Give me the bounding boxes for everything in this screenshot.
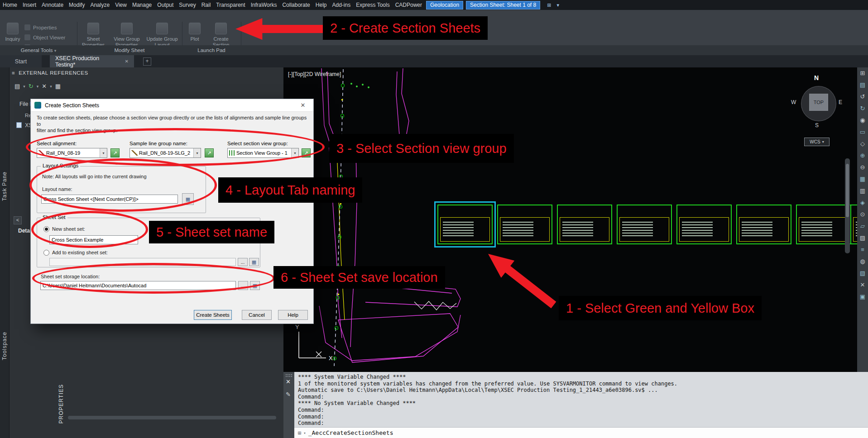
menu-item[interactable]: Manage xyxy=(129,0,154,10)
viewport-controls[interactable]: [-][Top][2D Wireframe] xyxy=(288,71,341,77)
menu-item[interactable]: Collaborate xyxy=(279,0,312,10)
save-icon[interactable]: ▦ xyxy=(55,83,61,90)
pick-section-view-group-button[interactable]: ↗ xyxy=(302,148,311,157)
new-sheet-set-input[interactable]: Cross Section Example xyxy=(49,235,138,244)
dialog-title-bar[interactable]: Create Section Sheets ✕ xyxy=(31,99,313,112)
inquiry-button[interactable]: Inquiry xyxy=(3,23,23,42)
panel-label-modify-sheet[interactable]: Modify Sheet xyxy=(77,45,182,55)
help-button[interactable]: Help xyxy=(278,310,308,320)
compass-north[interactable]: N xyxy=(814,74,819,81)
toolbar-icon[interactable]: ▦ xyxy=(857,173,868,185)
browse-existing-button[interactable]: ... xyxy=(238,258,248,266)
menu-item[interactable]: InfraWorks xyxy=(248,0,280,10)
pick-sample-line-group-button[interactable]: ↗ xyxy=(205,148,214,157)
menu-item[interactable]: CADPower xyxy=(393,0,425,10)
properties-palette-tab[interactable]: PROPERTIES xyxy=(58,384,64,424)
toolbar-icon[interactable]: ◈ xyxy=(857,197,868,209)
menu-item[interactable]: Add-ins xyxy=(329,0,353,10)
compass-east[interactable]: E xyxy=(839,99,842,105)
refresh-dropdown-icon[interactable]: ▾ xyxy=(37,84,39,89)
toolbar-icon[interactable]: ↺ xyxy=(857,91,868,103)
ribbon-panel-toggle-caret-icon[interactable]: ▾ xyxy=(556,2,559,8)
menu-item[interactable]: Annotate xyxy=(39,0,66,10)
compass-south[interactable]: S xyxy=(815,122,819,129)
toolbar-icon[interactable]: ≡ xyxy=(857,244,868,256)
menu-item[interactable]: Help xyxy=(313,0,330,10)
toolspace-tab[interactable]: Toolspace xyxy=(1,332,8,360)
toolbar-icon[interactable]: ⊖ xyxy=(857,162,868,173)
toolbar-icon[interactable]: ⊕ xyxy=(857,150,868,162)
combo-dropdown-icon[interactable]: ▾ xyxy=(100,148,107,157)
toolbar-icon[interactable]: ▱ xyxy=(857,220,868,232)
browse-storage-button[interactable]: ... xyxy=(238,281,248,290)
toolbar-icon[interactable]: ◇ xyxy=(857,138,868,150)
menu-item[interactable]: Output xyxy=(154,0,176,10)
menu-item[interactable]: Transparent xyxy=(213,0,248,10)
section-view-box-2[interactable] xyxy=(497,205,552,244)
attach-dropdown-icon[interactable]: ▾ xyxy=(23,84,25,89)
wcs-selector[interactable]: WCS ▾ xyxy=(804,138,830,146)
menu-item[interactable]: Insert xyxy=(20,0,39,10)
combo-dropdown-icon[interactable]: ▾ xyxy=(193,148,201,157)
attach-icon[interactable]: ▤ xyxy=(14,83,20,90)
pick-alignment-button[interactable]: ↗ xyxy=(110,148,120,157)
menu-item-section-sheet[interactable]: Section Sheet: Sheet 1 of 8 xyxy=(466,1,540,10)
tab-start[interactable]: Start xyxy=(0,55,42,67)
menu-item[interactable]: Survey xyxy=(176,0,198,10)
add-existing-radio[interactable] xyxy=(43,250,49,256)
storage-icon-button[interactable]: ▦ xyxy=(250,281,260,290)
section-view-box-3[interactable] xyxy=(557,205,612,244)
toolbar-icon[interactable]: ▧ xyxy=(857,267,868,279)
toolbar-icon[interactable]: ↻ xyxy=(857,103,868,114)
customize-icon[interactable]: ✎ xyxy=(286,391,291,398)
toolbar-icon[interactable]: ◍ xyxy=(857,256,868,267)
layout-pick-button[interactable]: ▦ xyxy=(182,193,194,205)
plot-button[interactable]: Plot xyxy=(186,23,204,42)
viewport-scrollbar[interactable] xyxy=(845,158,850,253)
toolbar-icon[interactable]: ◉ xyxy=(857,114,868,126)
combo-dropdown-icon[interactable]: ▾ xyxy=(291,148,298,157)
section-view-box-5[interactable] xyxy=(676,205,732,244)
detach-icon[interactable]: ✕ xyxy=(42,83,47,90)
model-space-viewport[interactable]: Y X [-][Top][2D Wireframe] N W E S TOP W… xyxy=(283,67,868,372)
command-input[interactable]: ⊞ ▾ _AeccCreateSectionSheets xyxy=(294,427,868,438)
toolbar-icon[interactable]: ⊞ xyxy=(857,67,868,79)
drag-grip-icon[interactable] xyxy=(285,374,292,378)
toolbar-icon[interactable]: ▨ xyxy=(857,232,868,244)
storage-location-input[interactable]: C:\Users\Daniel Heitmann\Documents\Autoc… xyxy=(40,281,236,290)
menu-item[interactable]: Rail xyxy=(199,0,214,10)
section-view-box-1[interactable] xyxy=(437,205,493,244)
new-tab-button[interactable]: + xyxy=(143,57,151,66)
panel-collapse-button[interactable]: < xyxy=(14,216,22,224)
section-view-box-6[interactable] xyxy=(736,205,791,244)
task-pane-tab[interactable]: Task Pane xyxy=(1,171,8,201)
detach-dropdown-icon[interactable]: ▾ xyxy=(50,84,52,89)
menu-item-geolocation[interactable]: Geolocation xyxy=(426,1,463,10)
menu-item[interactable]: Analyze xyxy=(87,0,112,10)
add-existing-label[interactable]: Add to existing sheet set: xyxy=(52,250,108,255)
refresh-icon[interactable]: ↻ xyxy=(29,83,34,90)
command-history[interactable]: **** System Variable Changed ****1 of th… xyxy=(294,372,868,427)
toolbar-icon[interactable]: ▭ xyxy=(857,126,868,138)
create-sheets-button[interactable]: Create Sheets xyxy=(194,310,232,320)
menu-item[interactable]: Home xyxy=(0,0,20,10)
object-viewer-button[interactable]: Object Viewer xyxy=(24,34,65,40)
palette-horizontal-scrollbar[interactable] xyxy=(68,416,276,419)
ribbon-panel-toggle-icon[interactable]: ⊞ xyxy=(547,2,551,8)
toolbar-icon[interactable]: ✕ xyxy=(857,279,868,291)
toolbar-icon[interactable]: ▥ xyxy=(857,185,868,197)
menu-item[interactable]: Express Tools xyxy=(353,0,392,10)
new-sheet-set-label[interactable]: New sheet set: xyxy=(52,226,85,232)
sample-line-group-combo[interactable]: Rail_DN_08-19-SLG_2 ▾ xyxy=(129,148,201,158)
command-dropdown-icon[interactable]: ▾ xyxy=(303,431,306,435)
section-view-box-7[interactable] xyxy=(796,205,851,244)
tab-close-icon[interactable]: ✕ xyxy=(125,59,129,64)
panel-label-general-tools[interactable]: General Tools ▾ xyxy=(0,45,77,55)
new-sheet-set-radio[interactable] xyxy=(43,226,49,232)
menu-item[interactable]: View xyxy=(112,0,129,10)
toolbar-icon[interactable]: ▤ xyxy=(857,79,868,91)
alignment-combo[interactable]: Rail_DN_08-19 ▾ xyxy=(37,148,107,158)
dialog-close-icon[interactable]: ✕ xyxy=(296,102,310,109)
tab-drawing[interactable]: XSEC Production Testing* ✕ xyxy=(50,55,134,67)
viewcube-top[interactable]: TOP xyxy=(809,94,828,111)
